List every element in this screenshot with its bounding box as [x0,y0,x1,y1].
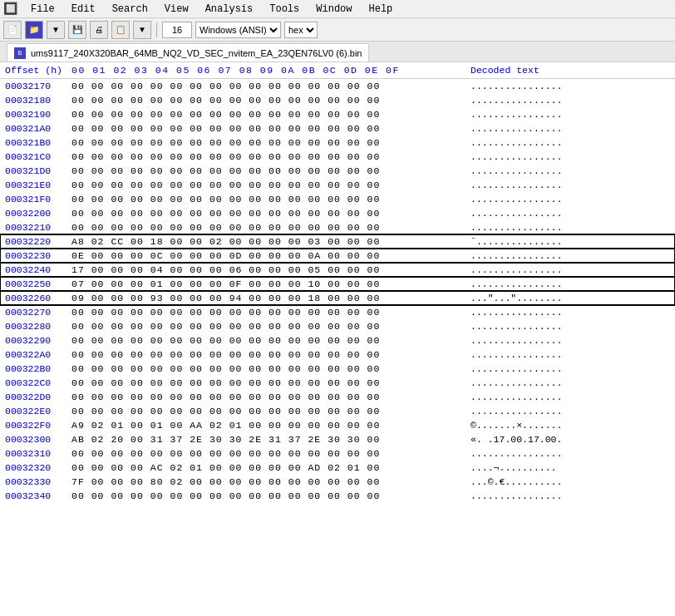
table-row[interactable]: 000322300E 00 00 00 0C 00 00 00 0D 00 00… [0,249,675,263]
row-offset: 00032170 [5,81,71,91]
tab-bar: B ums9117_240X320BAR_64MB_NQ2_VD_SEC_nvi… [0,42,675,62]
row-offset: 00032280 [5,321,71,332]
table-row[interactable]: 000322B000 00 00 00 00 00 00 00 00 00 00… [0,362,675,376]
table-row[interactable]: 000323307F 00 00 00 80 02 00 00 00 00 00… [0,475,675,489]
menu-help[interactable]: Help [366,2,397,17]
menu-edit[interactable]: Edit [68,2,99,17]
extra-button2[interactable]: ▼ [133,21,151,39]
table-row[interactable]: 0003218000 00 00 00 00 00 00 00 00 00 00… [0,93,675,107]
row-decoded: ................ [471,180,670,190]
table-row[interactable]: 0003225007 00 00 00 01 00 00 00 0F 00 00… [0,277,675,291]
row-offset: 000322F0 [5,420,71,431]
table-row[interactable]: 000322D000 00 00 00 00 00 00 00 00 00 00… [0,390,675,404]
menu-view[interactable]: View [161,2,192,17]
table-row[interactable]: 000321B000 00 00 00 00 00 00 00 00 00 00… [0,136,675,150]
row-bytes: A8 02 CC 00 18 00 00 02 00 00 00 00 03 0… [71,236,471,247]
row-offset: 000321C0 [5,151,71,162]
decoded-header: Decoded text [471,65,670,76]
table-row[interactable]: 0003228000 00 00 00 00 00 00 00 00 00 00… [0,319,675,333]
bytes-header: 00 01 02 03 04 05 06 07 08 09 0A 0B 0C 0… [71,65,471,76]
bit-width-input[interactable] [162,22,192,38]
row-decoded: ...©.€.......... [471,476,670,487]
table-row[interactable]: 0003224017 00 00 00 04 00 00 00 06 00 00… [0,263,675,277]
row-decoded: ................ [471,109,670,120]
table-row[interactable]: 00032300AB 02 20 00 31 37 2E 30 30 2E 31… [0,432,675,446]
encoding-select[interactable]: Windows (ANSI) [195,22,281,38]
save-button[interactable]: 💾 [68,21,86,39]
table-row[interactable]: 0003219000 00 00 00 00 00 00 00 00 00 00… [0,107,675,121]
table-row[interactable]: 000321E000 00 00 00 00 00 00 00 00 00 00… [0,178,675,192]
table-row[interactable]: 000321F000 00 00 00 00 00 00 00 00 00 00… [0,192,675,206]
separator [156,22,157,37]
table-row[interactable]: 0003232000 00 00 00 AC 02 01 00 00 00 00… [0,461,675,475]
row-decoded: ................ [471,81,670,91]
row-decoded: ©.......×....... [471,420,670,431]
display-select[interactable]: hex [284,22,318,38]
dropdown-button[interactable]: ▼ [47,21,65,39]
table-row[interactable]: 0003231000 00 00 00 00 00 00 00 00 00 00… [0,446,675,461]
row-bytes: 17 00 00 00 04 00 00 00 06 00 00 00 05 0… [71,264,471,275]
row-bytes: 00 00 00 00 00 00 00 00 00 00 00 00 00 0… [71,194,471,205]
table-row[interactable]: 000321C000 00 00 00 00 00 00 00 00 00 00… [0,150,675,164]
row-offset: 00032190 [5,109,71,120]
row-offset: 00032260 [5,293,71,303]
table-row[interactable]: 0003217000 00 00 00 00 00 00 00 00 00 00… [0,79,675,93]
row-decoded: ................ [471,392,670,402]
hex-viewer: Offset (h) 00 01 02 03 04 05 06 07 08 09… [0,62,675,612]
menu-analysis[interactable]: Analysis [202,2,257,17]
row-bytes: 00 00 00 00 00 00 00 00 00 00 00 00 00 0… [71,208,471,219]
file-tab[interactable]: B ums9117_240X320BAR_64MB_NQ2_VD_SEC_nvi… [7,43,369,62]
row-bytes: 00 00 00 00 00 00 00 00 00 00 00 00 00 0… [71,392,471,402]
row-bytes: 00 00 00 00 AC 02 01 00 00 00 00 00 AD 0… [71,462,471,473]
menu-tools[interactable]: Tools [266,2,303,17]
row-offset: 00032320 [5,462,71,473]
toolbar: 📄 📁 ▼ 💾 🖨 📋 ▼ Windows (ANSI) hex [0,18,675,42]
row-offset: 00032210 [5,222,71,233]
row-offset: 00032340 [5,490,71,501]
row-bytes: 00 00 00 00 00 00 00 00 00 00 00 00 00 0… [71,95,471,106]
table-row[interactable]: 000322F0A9 02 01 00 01 00 AA 02 01 00 00… [0,418,675,432]
row-decoded: ¨............... [471,236,670,247]
row-decoded: ................ [471,335,670,346]
menu-file[interactable]: File [27,2,58,17]
print-button[interactable]: 🖨 [90,21,108,39]
row-bytes: 09 00 00 00 93 00 00 00 94 00 00 00 18 0… [71,293,471,303]
hex-column-header: Offset (h) 00 01 02 03 04 05 06 07 08 09… [0,62,675,79]
table-row[interactable]: 0003221000 00 00 00 00 00 00 00 00 00 00… [0,220,675,234]
extra-button[interactable]: 📋 [111,21,130,39]
table-row[interactable]: 000322A000 00 00 00 00 00 00 00 00 00 00… [0,347,675,362]
table-row[interactable]: 000322C000 00 00 00 00 00 00 00 00 00 00… [0,376,675,390]
table-row[interactable]: 0003234000 00 00 00 00 00 00 00 00 00 00… [0,489,675,503]
table-row[interactable]: 000321A000 00 00 00 00 00 00 00 00 00 00… [0,121,675,136]
new-button[interactable]: 📄 [3,21,22,39]
open-button[interactable]: 📁 [25,21,43,39]
row-decoded: ................ [471,278,670,289]
row-bytes: AB 02 20 00 31 37 2E 30 30 2E 31 37 2E 3… [71,434,471,445]
row-bytes: 00 00 00 00 00 00 00 00 00 00 00 00 00 0… [71,406,471,416]
row-offset: 000322D0 [5,392,71,402]
row-decoded: ................ [471,321,670,332]
menu-window[interactable]: Window [313,2,355,17]
table-row[interactable]: 000322E000 00 00 00 00 00 00 00 00 00 00… [0,404,675,418]
row-bytes: 00 00 00 00 00 00 00 00 00 00 00 00 00 0… [71,81,471,91]
row-decoded: ................ [471,165,670,176]
table-row[interactable]: 0003226009 00 00 00 93 00 00 00 94 00 00… [0,291,675,305]
row-offset: 000321D0 [5,165,71,176]
table-row[interactable]: 0003227000 00 00 00 00 00 00 00 00 00 00… [0,305,675,319]
row-offset: 000322B0 [5,363,71,374]
row-offset: 00032330 [5,476,71,487]
menubar: 🔲 File Edit Search View Analysis Tools W… [0,0,675,18]
table-row[interactable]: 00032220A8 02 CC 00 18 00 00 02 00 00 00… [0,234,675,249]
table-row[interactable]: 0003229000 00 00 00 00 00 00 00 00 00 00… [0,333,675,347]
row-bytes: 00 00 00 00 00 00 00 00 00 00 00 00 00 0… [71,321,471,332]
table-row[interactable]: 000321D000 00 00 00 00 00 00 00 00 00 00… [0,164,675,178]
offset-header: Offset (h) [5,65,71,76]
row-offset: 000321E0 [5,180,71,190]
row-bytes: 00 00 00 00 00 00 00 00 00 00 00 00 00 0… [71,165,471,176]
row-decoded: ................ [471,490,670,501]
row-bytes: 00 00 00 00 00 00 00 00 00 00 00 00 00 0… [71,123,471,134]
table-row[interactable]: 0003220000 00 00 00 00 00 00 00 00 00 00… [0,206,675,220]
row-bytes: 07 00 00 00 01 00 00 00 0F 00 00 00 10 0… [71,278,471,289]
menu-search[interactable]: Search [109,2,151,17]
row-offset: 00032240 [5,264,71,275]
